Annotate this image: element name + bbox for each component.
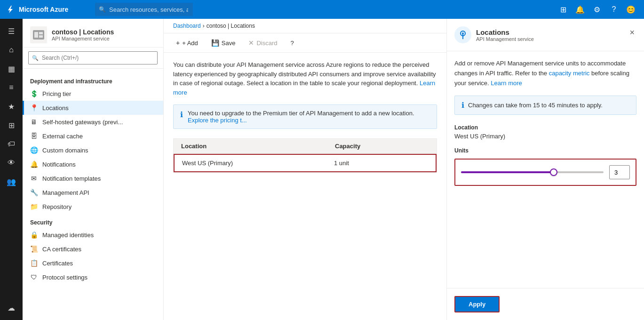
notifications-icon[interactable]: 🔔 <box>572 2 588 17</box>
home-icon[interactable]: ⌂ <box>2 41 21 58</box>
panel-description: Add or remove API Management service uni… <box>454 59 636 88</box>
pricing-tier-icon: 💲 <box>30 90 38 97</box>
brand: Microsoft Azure <box>6 5 90 14</box>
change-notice: ℹ Changes can take from 15 to 45 minutes… <box>454 96 636 115</box>
global-search-input[interactable] <box>95 3 193 16</box>
notification-templates-icon: ✉ <box>30 175 38 182</box>
save-label: Save <box>222 40 236 47</box>
sidebar-item-label: CA certificates <box>42 246 81 253</box>
table-header: Location Capacity <box>174 139 437 154</box>
sidebar-item-label: Custom domains <box>42 147 88 154</box>
dashboard-icon[interactable]: ▦ <box>2 60 21 77</box>
locations-icon: 📍 <box>30 104 38 112</box>
certificates-icon: 📋 <box>30 259 38 267</box>
resource-icon <box>30 26 47 43</box>
ca-certificates-icon: 📜 <box>30 245 38 253</box>
add-icon: + <box>176 39 180 47</box>
save-button[interactable]: 💾 Save <box>208 37 239 48</box>
repository-icon: 📁 <box>30 203 38 210</box>
right-panel-footer: Apply <box>447 288 644 320</box>
favorites-icon[interactable]: ★ <box>2 98 21 115</box>
portal-icon[interactable]: ⊞ <box>556 2 571 17</box>
sidebar-item-label: Self-hosted gateways (previ... <box>42 119 123 126</box>
discard-icon: ✕ <box>248 39 254 47</box>
sidebar-item-self-hosted[interactable]: 🖥 Self-hosted gateways (previ... <box>23 115 163 129</box>
discard-button[interactable]: ✕ Discard <box>246 37 280 48</box>
right-panel-header-left: Locations API Management service <box>454 26 534 43</box>
right-panel: Locations API Management service × Add o… <box>446 19 644 320</box>
monitor-icon[interactable]: 👁 <box>2 154 21 171</box>
help-button[interactable]: ? <box>288 38 297 48</box>
units-value-input[interactable] <box>609 165 630 179</box>
sidebar-item-notifications[interactable]: 🔔 Notifications <box>23 157 163 171</box>
notifications-nav-icon: 🔔 <box>30 160 38 168</box>
sidebar-item-certificates[interactable]: 📋 Certificates <box>23 256 163 270</box>
location-field-label: Location <box>454 124 636 131</box>
panel-title: Locations <box>476 28 534 36</box>
row-capacity: 1 unit <box>334 160 428 167</box>
add-label: + Add <box>182 40 198 47</box>
save-icon: 💾 <box>211 39 219 47</box>
locations-table: Location Capacity West US (Primary) 1 un… <box>173 138 437 173</box>
svg-rect-3 <box>39 35 43 38</box>
sidebar-item-external-cache[interactable]: 🗄 External cache <box>23 129 163 143</box>
sidebar-search-wrapper: 🔍 <box>28 51 158 64</box>
azure-logo-icon <box>6 5 15 14</box>
panel-learn-more-link[interactable]: Learn more <box>491 80 522 87</box>
content-area: Dashboard › contoso | Locations + + Add … <box>164 19 446 320</box>
hamburger-menu-icon[interactable]: ☰ <box>2 23 21 40</box>
grid-icon[interactable]: ⊞ <box>2 117 21 134</box>
apply-button[interactable]: Apply <box>454 296 500 312</box>
breadcrumb: Dashboard › contoso | Locations <box>164 19 446 33</box>
custom-domains-icon: 🌐 <box>30 146 38 154</box>
nav-section-deployment: Deployment and infrastructure <box>23 72 163 87</box>
location-field-value: West US (Primary) <box>454 133 636 140</box>
search-icon: 🔍 <box>99 6 106 13</box>
sidebar-item-label: Protocol settings <box>42 274 87 281</box>
sidebar-item-managed-identities[interactable]: 🔒 Managed identities <box>23 228 163 242</box>
upgrade-alert: ℹ You need to upgrade to the Premium tie… <box>173 104 437 129</box>
breadcrumb-dashboard[interactable]: Dashboard <box>173 23 201 29</box>
sidebar-item-custom-domains[interactable]: 🌐 Custom domains <box>23 143 163 157</box>
sidebar-search-icon: 🔍 <box>32 55 39 61</box>
table-row[interactable]: West US (Primary) 1 unit <box>174 154 437 172</box>
explore-pricing-link[interactable]: Explore the pricing t... <box>188 117 247 124</box>
capacity-metric-link[interactable]: capacity metric <box>549 70 590 77</box>
user-icon[interactable]: 😊 <box>623 2 638 17</box>
sidebar-item-management-api[interactable]: 🔧 Management API <box>23 185 163 200</box>
tag-icon[interactable]: 🏷 <box>2 136 21 152</box>
resource-name: contoso | Locations <box>52 28 114 36</box>
help-icon[interactable]: ? <box>606 2 621 17</box>
protocol-settings-icon: 🛡 <box>30 273 38 281</box>
right-panel-title: Locations API Management service <box>476 28 534 42</box>
management-api-icon: 🔧 <box>30 189 38 196</box>
cloud-icon[interactable]: ☁ <box>2 299 21 316</box>
settings-icon[interactable]: ⚙ <box>589 2 604 17</box>
search-wrapper: 🔍 <box>95 3 424 16</box>
add-button[interactable]: + + Add <box>173 37 201 48</box>
notice-info-icon: ℹ <box>461 101 464 110</box>
info-icon: ℹ <box>180 110 183 119</box>
sidebar-item-locations[interactable]: 📍 Locations <box>23 101 163 115</box>
breadcrumb-current: contoso | Locations <box>207 23 255 29</box>
topbar-actions: ⊞ 🔔 ⚙ ? 😊 <box>556 2 638 17</box>
sidebar-item-notification-templates[interactable]: ✉ Notification templates <box>23 171 163 185</box>
right-panel-header: Locations API Management service × <box>447 19 644 51</box>
sidebar-item-ca-certificates[interactable]: 📜 CA certificates <box>23 242 163 256</box>
sidebar-item-pricing-tier[interactable]: 💲 Pricing tier <box>23 87 163 101</box>
list-icon[interactable]: ≡ <box>2 79 21 96</box>
close-button[interactable]: × <box>628 26 636 39</box>
apim-icon <box>32 28 45 41</box>
toolbar: + + Add 💾 Save ✕ Discard ? <box>164 33 446 53</box>
icon-bar: ☰ ⌂ ▦ ≡ ★ ⊞ 🏷 👁 👥 ☁ <box>0 19 23 320</box>
breadcrumb-separator: › <box>203 23 205 29</box>
sidebar-item-label: Notifications <box>42 161 76 168</box>
sidebar-search-input[interactable] <box>28 51 158 64</box>
sidebar-item-label: Locations <box>42 104 69 112</box>
topbar: Microsoft Azure 🔍 ⊞ 🔔 ⚙ ? 😊 <box>0 0 644 19</box>
users-icon[interactable]: 👥 <box>2 173 21 190</box>
sidebar-item-label: Pricing tier <box>42 90 71 97</box>
sidebar-item-protocol-settings[interactable]: 🛡 Protocol settings <box>23 270 163 284</box>
sidebar-item-repository[interactable]: 📁 Repository <box>23 200 163 214</box>
slider-wrapper <box>461 168 604 177</box>
